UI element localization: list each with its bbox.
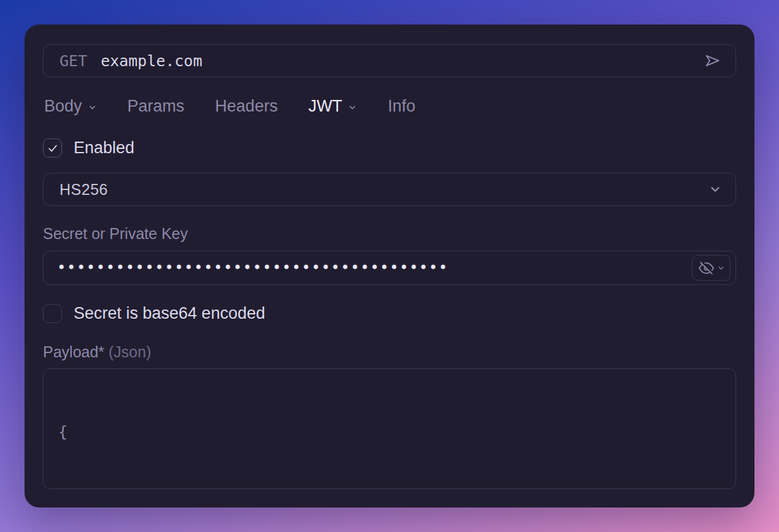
payload-format-hint-text: (Json) (109, 343, 151, 360)
send-button[interactable] (701, 50, 723, 72)
chevron-down-icon (348, 103, 357, 112)
tab-params-label: Params (128, 97, 185, 116)
enabled-row: Enabled (43, 139, 736, 158)
code-line: { (58, 421, 243, 443)
payload-label-text: Payload* (43, 343, 104, 360)
code-line: "sub": "user_123", (58, 487, 243, 489)
tab-jwt[interactable]: JWT (309, 97, 357, 116)
enabled-label: Enabled (74, 139, 134, 158)
algorithm-value: HS256 (59, 181, 108, 199)
payload-code[interactable]: { "sub": "user_123", "iat": 1721433600, … (58, 377, 243, 489)
tab-params[interactable]: Params (128, 97, 185, 116)
http-method-select[interactable]: GET (59, 52, 87, 70)
payload-editor[interactable]: { "sub": "user_123", "iat": 1721433600, … (43, 368, 736, 489)
base64-row: Secret is base64 encoded (43, 304, 736, 323)
secret-key-input[interactable]: •••••••••••••••••••••••••••••••••••••••• (43, 251, 736, 285)
chevron-down-icon (88, 103, 97, 112)
chevron-down-icon (708, 183, 722, 196)
tab-info[interactable]: Info (388, 97, 415, 116)
base64-checkbox[interactable] (43, 304, 62, 323)
tab-body[interactable]: Body (44, 97, 97, 116)
url-bar[interactable]: GET example.com (43, 44, 736, 77)
tab-info-label: Info (388, 97, 415, 116)
tab-headers-label: Headers (215, 97, 278, 116)
desktop-background: { "request_bar": { "method": "GET", "url… (0, 0, 779, 532)
base64-label: Secret is base64 encoded (74, 304, 265, 323)
url-input[interactable]: example.com (101, 52, 688, 70)
reveal-secret-button[interactable] (692, 255, 731, 281)
tab-body-label: Body (44, 97, 82, 116)
secret-masked-value[interactable]: •••••••••••••••••••••••••••••••••••••••• (57, 251, 692, 285)
eye-off-icon (699, 260, 714, 276)
chevron-down-icon (717, 264, 725, 272)
enabled-checkbox[interactable] (43, 139, 62, 158)
tab-jwt-label: JWT (309, 97, 342, 116)
payload-label: Payload* (Json) (43, 343, 736, 361)
request-tab-bar: Body Params Headers JWT Info (44, 97, 736, 116)
request-panel: GET example.com Body Params Headers JWT (25, 25, 754, 507)
secret-key-label: Secret or Private Key (43, 225, 736, 243)
send-icon (704, 52, 721, 69)
tab-headers[interactable]: Headers (215, 97, 278, 116)
algorithm-select[interactable]: HS256 (43, 173, 736, 206)
checkmark-icon (47, 142, 59, 154)
